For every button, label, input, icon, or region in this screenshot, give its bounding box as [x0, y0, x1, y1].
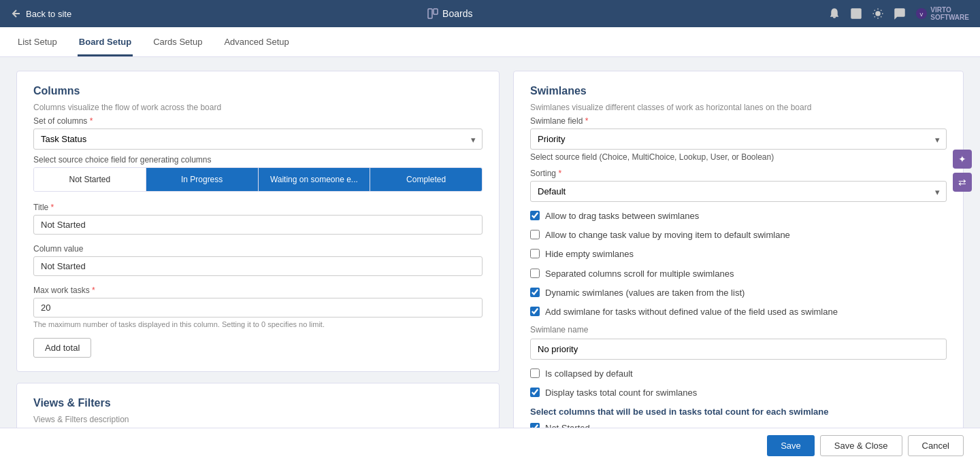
bell-icon[interactable] — [828, 7, 840, 20]
sorting-select[interactable]: Default — [530, 181, 947, 202]
dynamic-label: Dynamic swimlanes (values are taken from… — [545, 287, 745, 299]
column-value-input[interactable] — [33, 256, 483, 276]
checkbox-drag-row: Allow to drag tasks between swimlanes — [530, 210, 947, 222]
drag-label: Allow to drag tasks between swimlanes — [545, 210, 699, 222]
plus-deco-button[interactable]: ✦ — [953, 150, 972, 169]
svg-point-5 — [876, 12, 880, 16]
column-tabs: Not Started In Progress Waiting on someo… — [33, 167, 483, 192]
add-swimlane-checkbox[interactable] — [530, 307, 540, 316]
bottom-actions: Save Save & Close Cancel — [0, 428, 980, 463]
select-columns-title: Select columns that will be used in task… — [530, 407, 947, 417]
app-title: Boards — [427, 8, 472, 19]
svg-rect-3 — [851, 9, 861, 18]
source-choice-label: Select source choice field for generatin… — [33, 155, 483, 165]
set-of-columns-dropdown[interactable]: Task Status ▾ — [33, 128, 483, 150]
save-button[interactable]: Save — [767, 435, 815, 456]
swimlanes-title: Swimlanes — [530, 85, 947, 97]
column-title-group: Title * — [33, 203, 483, 235]
cancel-button[interactable]: Cancel — [908, 435, 964, 456]
chat-icon[interactable] — [894, 7, 906, 20]
main-content: Columns Columns visualize the flow of wo… — [0, 57, 980, 463]
hide-label: Hide empty swimlanes — [545, 248, 634, 260]
translate-deco-button[interactable]: ⇄ — [953, 173, 972, 192]
columns-title: Columns — [33, 85, 483, 97]
tab-cards-setup[interactable]: Cards Setup — [152, 27, 203, 56]
swimlane-name-label: Swimlane name — [530, 325, 947, 335]
columns-description: Columns visualize the flow of work acros… — [33, 103, 483, 112]
svg-text:V: V — [920, 12, 924, 18]
max-work-tasks-input[interactable] — [33, 298, 483, 318]
side-decorations: ✦ ⇄ — [953, 150, 972, 192]
dynamic-checkbox[interactable] — [530, 288, 540, 297]
display-checkbox[interactable] — [530, 388, 540, 397]
save-close-button[interactable]: Save & Close — [820, 435, 902, 456]
checkbox-collapsed-row: Is collapsed by default — [530, 368, 947, 380]
col-tab-waiting[interactable]: Waiting on someone e... — [259, 168, 371, 191]
add-swimlane-label: Add swimlane for tasks without defined v… — [545, 306, 838, 318]
left-panel: Columns Columns visualize the flow of wo… — [16, 71, 500, 463]
sorting-dropdown[interactable]: Default ▾ — [530, 181, 947, 202]
set-of-columns-label: Set of columns * — [33, 116, 483, 126]
collapsed-label: Is collapsed by default — [545, 368, 633, 380]
checkbox-display-row: Display tasks total count for swimlanes — [530, 387, 947, 399]
swimlane-source-label: Select source field (Choice, MultiChoice… — [530, 152, 947, 162]
views-filters-title: Views & Filters — [33, 397, 483, 409]
views-filters-desc: Views & Filters description — [33, 415, 483, 424]
add-total-button[interactable]: Add total — [33, 338, 91, 358]
max-tasks-help: The maximum number of tasks displayed in… — [33, 320, 483, 328]
checkbox-scroll-row: Separated columns scroll for multiple sw… — [530, 268, 947, 280]
display-label: Display tasks total count for swimlanes — [545, 387, 697, 399]
back-to-site[interactable]: Back to site — [11, 9, 71, 19]
col-tab-completed[interactable]: Completed — [370, 168, 482, 191]
checkbox-change-row: Allow to change task value by moving ite… — [530, 229, 947, 241]
gear-icon[interactable] — [872, 7, 884, 20]
swimlane-name-input[interactable] — [530, 339, 947, 360]
scroll-label: Separated columns scroll for multiple sw… — [545, 268, 734, 280]
swimlanes-description: Swimlanes visualize different classes of… — [530, 103, 947, 112]
col-tab-not-started[interactable]: Not Started — [34, 168, 146, 191]
collapsed-checkbox[interactable] — [530, 368, 540, 378]
nav-icons: V VIRTOSOFTWARE — [828, 6, 969, 21]
scroll-checkbox[interactable] — [530, 269, 540, 278]
columns-card: Columns Columns visualize the flow of wo… — [16, 71, 500, 372]
swimlanes-card: Swimlanes Swimlanes visualize different … — [513, 71, 964, 463]
checkbox-hide-row: Hide empty swimlanes — [530, 248, 947, 260]
swimlane-field-select[interactable]: Priority — [530, 128, 947, 150]
book-icon[interactable] — [850, 7, 862, 20]
tabs-bar: List Setup Board Setup Cards Setup Advan… — [0, 27, 980, 57]
right-panel: Swimlanes Swimlanes visualize different … — [500, 71, 964, 463]
checkbox-add-row: Add swimlane for tasks without defined v… — [530, 306, 947, 318]
hide-checkbox[interactable] — [530, 249, 540, 258]
tab-list-setup[interactable]: List Setup — [16, 27, 59, 56]
svg-rect-1 — [428, 9, 432, 18]
tab-board-setup[interactable]: Board Setup — [78, 27, 133, 56]
tab-advanced-setup[interactable]: Advanced Setup — [223, 27, 290, 56]
drag-checkbox[interactable] — [530, 211, 540, 220]
set-of-columns-select[interactable]: Task Status — [33, 128, 483, 150]
swimlane-field-dropdown[interactable]: Priority ▾ — [530, 128, 947, 150]
col-tab-in-progress[interactable]: In Progress — [146, 168, 259, 191]
checkbox-dynamic-row: Dynamic swimlanes (values are taken from… — [530, 287, 947, 299]
top-navigation: Back to site Boards — [0, 0, 980, 27]
change-checkbox[interactable] — [530, 230, 540, 239]
column-title-input[interactable] — [33, 215, 483, 235]
column-value-group: Column value — [33, 244, 483, 276]
svg-rect-2 — [434, 9, 438, 14]
change-label: Allow to change task value by moving ite… — [545, 229, 790, 241]
virto-logo: V VIRTOSOFTWARE — [915, 6, 969, 21]
max-work-tasks-group: Max work tasks * The maximum number of t… — [33, 286, 483, 328]
